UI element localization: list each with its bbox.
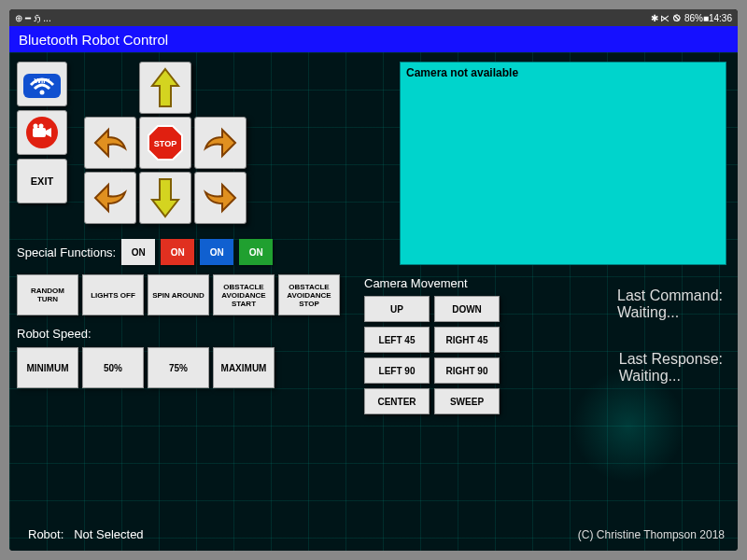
function-row: RANDOM TURN LIGHTS OFF SPIN AROUND OBSTA… bbox=[17, 274, 340, 315]
svg-text:WiFi: WiFi bbox=[35, 77, 50, 85]
last-response-value: Waiting... bbox=[619, 368, 723, 385]
cam-down-button[interactable]: DOWN bbox=[434, 296, 500, 322]
cam-right90-button[interactable]: RIGHT 90 bbox=[434, 357, 500, 384]
record-button[interactable] bbox=[17, 110, 67, 155]
status-bar: ⊕ ━ ℌ ... ✱ ⋉ 🛇 86%■14:36 bbox=[9, 9, 738, 26]
speed-75-button[interactable]: 75% bbox=[148, 347, 209, 388]
spin-around-button[interactable]: SPIN AROUND bbox=[148, 274, 209, 315]
arrow-curve-left-icon bbox=[88, 120, 133, 165]
special-label: Special Functions: bbox=[17, 245, 116, 259]
svg-point-6 bbox=[39, 124, 44, 129]
dpad-back-left[interactable] bbox=[84, 172, 136, 224]
speed-max-button[interactable]: MAXIMUM bbox=[213, 347, 275, 388]
arrow-curve-back-left-icon bbox=[88, 175, 133, 220]
exit-button[interactable]: EXIT bbox=[17, 159, 67, 203]
status-right: ✱ ⋉ 🛇 86%■14:36 bbox=[651, 13, 732, 23]
robot-value: Not Selected bbox=[74, 527, 143, 541]
special-functions-row: Special Functions: ON ON ON ON bbox=[17, 239, 273, 265]
robot-label: Robot: bbox=[28, 527, 63, 541]
camera-movement-label: Camera Movement bbox=[364, 276, 500, 290]
special-toggle-2[interactable]: ON bbox=[161, 239, 194, 265]
last-command-label: Last Command: bbox=[617, 287, 723, 304]
last-command-value: Waiting... bbox=[617, 304, 723, 321]
exit-label: EXIT bbox=[31, 175, 53, 187]
last-response-label: Last Response: bbox=[619, 351, 723, 368]
dpad-left[interactable] bbox=[84, 117, 136, 169]
camera-message: Camera not available bbox=[406, 66, 518, 79]
obstacle-start-button[interactable]: OBSTACLE AVOIDANCE START bbox=[213, 274, 275, 315]
svg-text:STOP: STOP bbox=[154, 139, 176, 148]
last-response: Last Response: Waiting... bbox=[619, 351, 723, 385]
cam-sweep-button[interactable]: SWEEP bbox=[434, 388, 500, 414]
direction-pad: STOP bbox=[84, 62, 247, 224]
status-left: ⊕ ━ ℌ ... bbox=[15, 13, 51, 23]
dpad-stop[interactable]: STOP bbox=[139, 117, 191, 169]
wifi-button[interactable]: WiFi bbox=[17, 62, 67, 106]
speed-50-button[interactable]: 50% bbox=[82, 347, 144, 388]
app-title: Bluetooth Robot Control bbox=[19, 32, 168, 48]
speed-min-button[interactable]: MINIMUM bbox=[17, 347, 78, 388]
camera-movement-panel: Camera Movement UP DOWN LEFT 45 RIGHT 45… bbox=[364, 276, 500, 414]
speed-row: MINIMUM 50% 75% MAXIMUM bbox=[17, 347, 275, 388]
cam-center-button[interactable]: CENTER bbox=[364, 388, 430, 414]
robot-selection: Robot: Not Selected bbox=[28, 527, 144, 541]
copyright: (C) Christine Thompson 2018 bbox=[578, 528, 725, 541]
dpad-up[interactable] bbox=[139, 62, 191, 114]
wifi-icon: WiFi bbox=[21, 66, 63, 102]
dpad-back-right[interactable] bbox=[194, 172, 247, 224]
speed-label: Robot Speed: bbox=[17, 327, 92, 341]
camera-view: Camera not available bbox=[400, 62, 726, 265]
special-toggle-3[interactable]: ON bbox=[200, 239, 233, 265]
obstacle-stop-button[interactable]: OBSTACLE AVOIDANCE STOP bbox=[278, 274, 340, 315]
lights-off-button[interactable]: LIGHTS OFF bbox=[82, 274, 144, 315]
dpad-right[interactable] bbox=[194, 117, 247, 169]
svg-rect-4 bbox=[33, 128, 46, 137]
app-title-bar: Bluetooth Robot Control bbox=[9, 26, 738, 52]
arrow-curve-right-icon bbox=[198, 120, 243, 165]
arrow-curve-back-right-icon bbox=[198, 175, 243, 220]
svg-point-1 bbox=[40, 91, 45, 95]
random-turn-button[interactable]: RANDOM TURN bbox=[17, 274, 78, 315]
special-toggle-1[interactable]: ON bbox=[121, 239, 155, 265]
svg-point-5 bbox=[34, 124, 38, 129]
stop-icon: STOP bbox=[145, 122, 186, 163]
arrow-down-icon bbox=[147, 175, 184, 220]
arrow-up-icon bbox=[147, 65, 184, 110]
dpad-down[interactable] bbox=[139, 172, 191, 224]
camera-record-icon bbox=[21, 115, 63, 150]
last-command: Last Command: Waiting... bbox=[617, 287, 723, 321]
special-toggle-4[interactable]: ON bbox=[239, 239, 273, 265]
cam-up-button[interactable]: UP bbox=[364, 296, 430, 322]
cam-right45-button[interactable]: RIGHT 45 bbox=[434, 327, 500, 353]
cam-left45-button[interactable]: LEFT 45 bbox=[364, 327, 430, 353]
cam-left90-button[interactable]: LEFT 90 bbox=[364, 357, 430, 384]
